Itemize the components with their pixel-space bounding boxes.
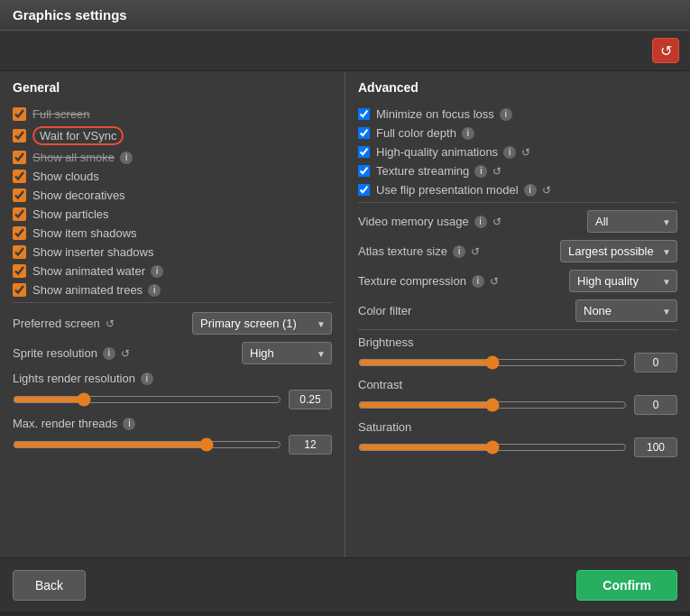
hq-animations-refresh-icon[interactable]: ↺ [521, 146, 530, 159]
sprite-resolution-refresh-icon[interactable]: ↺ [121, 347, 130, 360]
video-memory-info-icon[interactable]: i [474, 216, 487, 228]
video-memory-label: Video memory usage i ↺ [358, 215, 582, 228]
atlas-texture-dropdown[interactable]: Largest possible 4096 2048 [560, 240, 677, 262]
show-animated-water-label[interactable]: Show animated water i [32, 264, 163, 278]
flip-presentation-checkbox[interactable] [358, 184, 370, 196]
fullscreen-checkbox[interactable] [13, 107, 26, 121]
show-decoratives-label[interactable]: Show decoratives [32, 188, 125, 202]
texture-streaming-info-icon[interactable]: i [474, 165, 487, 178]
minimize-focus-label[interactable]: Minimize on focus loss i [376, 107, 512, 121]
flip-presentation-info-icon[interactable]: i [524, 184, 537, 197]
animated-trees-info-icon[interactable]: i [148, 284, 161, 297]
lights-render-resolution-slider[interactable] [13, 396, 281, 403]
texture-streaming-checkbox[interactable] [358, 165, 370, 177]
show-animated-trees-text: Show animated trees [32, 283, 143, 297]
vsync-checkbox[interactable] [13, 129, 26, 143]
back-button[interactable]: Back [13, 570, 86, 601]
confirm-button[interactable]: Confirm [576, 570, 677, 601]
max-render-threads-value[interactable] [289, 435, 332, 455]
show-smoke-label[interactable]: Show all smoke i [32, 151, 133, 164]
flip-presentation-refresh-icon[interactable]: ↺ [542, 184, 551, 197]
minimize-focus-info-icon[interactable]: i [500, 108, 512, 121]
show-item-shadows-label[interactable]: Show item shadows [32, 226, 137, 240]
atlas-texture-refresh-icon[interactable]: ↺ [471, 245, 480, 258]
saturation-slider[interactable] [358, 444, 627, 451]
full-color-depth-label[interactable]: Full color depth i [376, 126, 474, 140]
preferred-screen-refresh-icon[interactable]: ↺ [106, 317, 115, 330]
texture-compression-dropdown[interactable]: None Low quality High quality [569, 270, 677, 292]
atlas-texture-info-icon[interactable]: i [453, 245, 465, 258]
brightness-label: Brightness [358, 336, 677, 349]
show-animated-trees-checkbox[interactable] [13, 283, 26, 297]
preferred-screen-dropdown[interactable]: Primary screen (1) [192, 312, 332, 335]
full-color-depth-checkbox[interactable] [358, 127, 370, 139]
minimize-focus-checkbox[interactable] [358, 108, 370, 120]
show-particles-text: Show particles [32, 207, 109, 221]
texture-streaming-row: Texture streaming i ↺ [358, 164, 677, 178]
show-inserter-shadows-checkbox[interactable] [13, 245, 26, 259]
top-bar: ↺ [0, 31, 690, 71]
content-area: General Full screen Wait for VSync Show … [0, 71, 690, 557]
video-memory-dropdown[interactable]: All High Medium Low [587, 210, 677, 233]
saturation-value[interactable] [634, 437, 677, 457]
show-animated-trees-label[interactable]: Show animated trees i [32, 283, 161, 297]
texture-compression-dropdown-wrap: None Low quality High quality [569, 270, 677, 292]
lights-render-resolution-value[interactable] [289, 390, 332, 409]
lights-render-resolution-slider-wrap [13, 390, 332, 409]
texture-compression-refresh-icon[interactable]: ↺ [490, 275, 499, 288]
max-render-threads-row: Max. render threads i [13, 417, 332, 455]
color-filter-dropdown[interactable]: None Deuteranopia [575, 299, 677, 322]
brightness-slider[interactable] [358, 359, 627, 366]
show-animated-water-checkbox[interactable] [13, 264, 26, 278]
flip-presentation-label[interactable]: Use flip presentation model i ↺ [376, 183, 551, 197]
texture-compression-info-icon[interactable]: i [472, 275, 484, 288]
sprite-resolution-text: Sprite resolution [13, 346, 97, 360]
show-item-shadows-checkbox[interactable] [13, 226, 26, 240]
video-memory-refresh-icon[interactable]: ↺ [492, 216, 501, 228]
show-particles-checkbox[interactable] [13, 207, 26, 221]
contrast-row: Contrast [358, 378, 677, 415]
atlas-texture-text: Atlas texture size [358, 244, 447, 258]
full-color-depth-info-icon[interactable]: i [462, 127, 474, 140]
show-clouds-label[interactable]: Show clouds [32, 170, 99, 183]
vsync-row: Wait for VSync [13, 126, 332, 145]
texture-streaming-refresh-icon[interactable]: ↺ [492, 165, 501, 178]
hq-animations-checkbox[interactable] [358, 146, 370, 158]
max-render-threads-label: Max. render threads i [13, 417, 332, 430]
brightness-value[interactable] [634, 353, 677, 372]
show-smoke-checkbox[interactable] [13, 151, 26, 164]
preferred-screen-row: Preferred screen ↺ Primary screen (1) [13, 312, 332, 335]
max-render-threads-slider[interactable] [13, 441, 281, 448]
hq-animations-label[interactable]: High-quality animations i ↺ [376, 145, 530, 159]
sprite-resolution-dropdown[interactable]: High Low Normal Very High [242, 342, 332, 364]
vsync-label[interactable]: Wait for VSync [32, 126, 124, 145]
preferred-screen-label: Preferred screen ↺ [13, 317, 185, 330]
lights-render-resolution-info-icon[interactable]: i [141, 372, 153, 385]
bottom-bar: Back Confirm [0, 557, 690, 611]
show-item-shadows-row: Show item shadows [13, 226, 332, 240]
color-filter-label: Color filter [358, 304, 570, 317]
max-render-threads-info-icon[interactable]: i [123, 418, 135, 430]
texture-streaming-label[interactable]: Texture streaming i ↺ [376, 164, 501, 178]
show-inserter-shadows-label[interactable]: Show inserter shadows [32, 245, 153, 259]
sprite-resolution-info-icon[interactable]: i [103, 347, 115, 360]
video-memory-row: Video memory usage i ↺ All High Medium L… [358, 210, 677, 233]
contrast-label: Contrast [358, 378, 677, 391]
show-particles-label[interactable]: Show particles [32, 207, 109, 221]
show-smoke-row: Show all smoke i [13, 151, 332, 164]
texture-compression-text: Texture compression [358, 274, 466, 288]
show-decoratives-checkbox[interactable] [13, 188, 26, 202]
reset-button[interactable]: ↺ [652, 38, 679, 63]
advanced-panel: Advanced Minimize on focus loss i Full c… [345, 71, 690, 557]
fullscreen-label[interactable]: Full screen [32, 107, 90, 121]
preferred-screen-dropdown-wrap: Primary screen (1) [192, 312, 332, 335]
show-smoke-info-icon[interactable]: i [120, 152, 133, 164]
hq-animations-info-icon[interactable]: i [503, 146, 516, 159]
contrast-slider[interactable] [358, 401, 627, 409]
texture-compression-row: Texture compression i ↺ None Low quality… [358, 270, 677, 292]
show-animated-water-text: Show animated water [32, 264, 145, 278]
animated-water-info-icon[interactable]: i [151, 265, 163, 278]
contrast-value[interactable] [634, 395, 677, 415]
color-filter-text: Color filter [358, 304, 411, 317]
show-clouds-checkbox[interactable] [13, 170, 26, 183]
